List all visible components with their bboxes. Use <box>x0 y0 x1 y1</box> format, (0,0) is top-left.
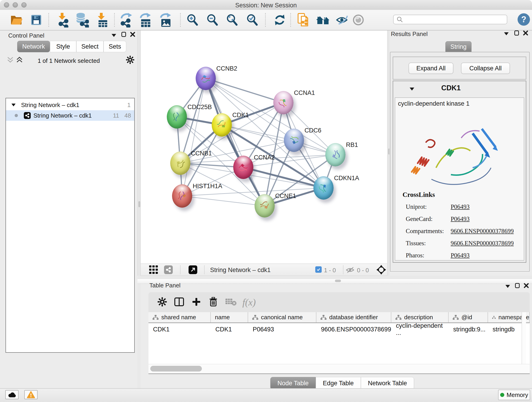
vertical-scrollbar[interactable] <box>522 312 526 364</box>
title-bar[interactable]: Session: New Session <box>0 0 532 10</box>
crosshair-icon[interactable] <box>376 265 386 275</box>
toolbar-separator <box>290 13 291 27</box>
section-collapse-icon[interactable] <box>410 88 414 90</box>
table-cell[interactable]: 9606.ENSP00000378699 <box>317 323 391 335</box>
export-table-icon[interactable] <box>139 12 152 27</box>
table-row[interactable]: CDK1CDK1P064939606.ENSP00000378699cyclin… <box>148 323 530 335</box>
network-edge[interactable] <box>182 196 265 206</box>
splitter-handle[interactable] <box>335 280 341 282</box>
import-network-file-icon[interactable] <box>56 12 69 27</box>
table-gear-icon[interactable] <box>158 297 167 307</box>
network-node[interactable] <box>313 176 334 200</box>
network-collection-row[interactable]: String Network – cdk1 1 <box>6 100 134 110</box>
network-node[interactable] <box>167 105 187 128</box>
table-cell[interactable]: CDK1 <box>211 323 248 335</box>
add-column-icon[interactable] <box>192 298 201 307</box>
search-input[interactable] <box>393 15 507 24</box>
houses-icon[interactable] <box>316 14 330 26</box>
network-canvas[interactable]: CCNB2CCNA1CDC25BCDK1CDC6RB1CCNB1CCNA2CDK… <box>141 31 387 264</box>
crosslink-value[interactable]: 9606.ENSP00000378699 <box>451 240 514 247</box>
tab-network-table[interactable]: Network Table <box>361 377 414 390</box>
close-panel-icon[interactable] <box>523 31 528 36</box>
vertical-splitter-left[interactable] <box>138 31 141 276</box>
column-header[interactable]: canonical name <box>248 312 317 322</box>
toolbar-separator <box>180 13 181 27</box>
scrollbar-thumb[interactable] <box>150 366 202 371</box>
column-header[interactable]: description <box>391 312 449 322</box>
table-cell[interactable]: CDK1 <box>148 323 211 335</box>
expand-all-button[interactable]: Expand All <box>409 63 453 74</box>
column-header[interactable]: @id <box>449 312 488 322</box>
splitter-handle[interactable] <box>138 201 140 207</box>
birdseye-grid-icon[interactable] <box>149 265 158 274</box>
memory-button[interactable]: Memory <box>498 390 530 400</box>
close-panel-icon[interactable] <box>524 283 529 288</box>
zoom-fit-icon[interactable] <box>226 13 239 26</box>
import-network-database-icon[interactable] <box>75 12 89 27</box>
hide-panel-eye-icon[interactable] <box>336 14 349 26</box>
horizontal-splitter[interactable] <box>138 276 532 284</box>
network-node[interactable] <box>273 91 293 114</box>
string-tab-icon[interactable] <box>164 265 173 274</box>
crosslink-value[interactable]: P06493 <box>451 252 470 259</box>
float-panel-icon[interactable] <box>515 283 520 288</box>
table-cell[interactable]: cyclin-dependent ... <box>391 323 449 335</box>
clone-network-icon[interactable] <box>297 13 310 27</box>
float-panel-icon[interactable] <box>514 31 519 36</box>
tab-sets[interactable]: Sets <box>104 41 126 52</box>
network-node[interactable] <box>196 67 216 90</box>
panel-menu-icon[interactable] <box>112 34 116 37</box>
help-button[interactable]: ? <box>518 13 530 26</box>
network-edge[interactable] <box>243 167 323 188</box>
tab-style[interactable]: Style <box>50 41 76 52</box>
close-panel-icon[interactable] <box>130 32 135 37</box>
network-node[interactable] <box>172 184 192 208</box>
show-panel-eye-icon[interactable] <box>352 14 365 26</box>
crosslink-value[interactable]: P06493 <box>451 216 470 223</box>
collapse-all-button[interactable]: Collapse All <box>461 63 510 74</box>
network-node[interactable] <box>325 143 346 166</box>
panel-menu-icon[interactable] <box>504 32 509 35</box>
network-row-selected[interactable]: String Network – cdk1 11 48 <box>6 110 134 121</box>
crosslink-value[interactable]: P06493 <box>451 203 470 211</box>
zoom-in-icon[interactable] <box>186 13 199 26</box>
network-node[interactable] <box>284 128 304 152</box>
column-header[interactable]: name <box>211 312 248 322</box>
tab-edge-table[interactable]: Edge Table <box>316 377 361 390</box>
warning-button[interactable] <box>24 390 38 399</box>
crosslink-value[interactable]: 9606.ENSP00000378699 <box>451 228 514 235</box>
import-table-file-icon[interactable] <box>96 12 109 27</box>
panel-menu-icon[interactable] <box>505 285 510 288</box>
column-selector-icon[interactable] <box>174 297 184 307</box>
table-cell[interactable]: stringdb:9... <box>449 323 488 335</box>
network-edge-count: 48 <box>124 112 131 119</box>
tab-network[interactable]: Network <box>17 41 50 52</box>
zoom-out-icon[interactable] <box>206 13 219 26</box>
collapse-arrow-icon[interactable] <box>12 104 16 106</box>
open-in-window-icon[interactable] <box>189 265 197 274</box>
export-network-icon[interactable] <box>120 12 133 27</box>
cloud-button[interactable] <box>5 390 19 399</box>
network-node[interactable] <box>254 194 275 217</box>
zoom-selected-icon[interactable] <box>246 13 259 26</box>
gear-icon[interactable] <box>126 56 134 64</box>
column-header[interactable]: shared name <box>148 312 211 322</box>
export-image-icon[interactable] <box>159 13 172 27</box>
delete-column-icon[interactable] <box>209 297 218 307</box>
tab-node-table[interactable]: Node Table <box>270 377 316 390</box>
selected-checkbox-icon[interactable] <box>315 266 322 273</box>
open-session-icon[interactable] <box>10 14 22 26</box>
tab-select[interactable]: Select <box>76 41 104 52</box>
tab-string[interactable]: String <box>445 41 472 52</box>
table-cell[interactable]: P06493 <box>248 323 317 335</box>
column-header[interactable]: database identifier <box>317 312 391 322</box>
horizontal-scrollbar[interactable] <box>148 364 530 373</box>
network-node[interactable] <box>212 113 232 137</box>
network-node[interactable] <box>233 156 253 179</box>
network-edge[interactable] <box>206 78 283 103</box>
refresh-icon[interactable] <box>273 13 286 26</box>
float-panel-icon[interactable] <box>121 32 126 37</box>
save-session-icon[interactable] <box>30 14 42 26</box>
network-edge[interactable] <box>182 78 206 196</box>
network-node[interactable] <box>170 152 190 175</box>
